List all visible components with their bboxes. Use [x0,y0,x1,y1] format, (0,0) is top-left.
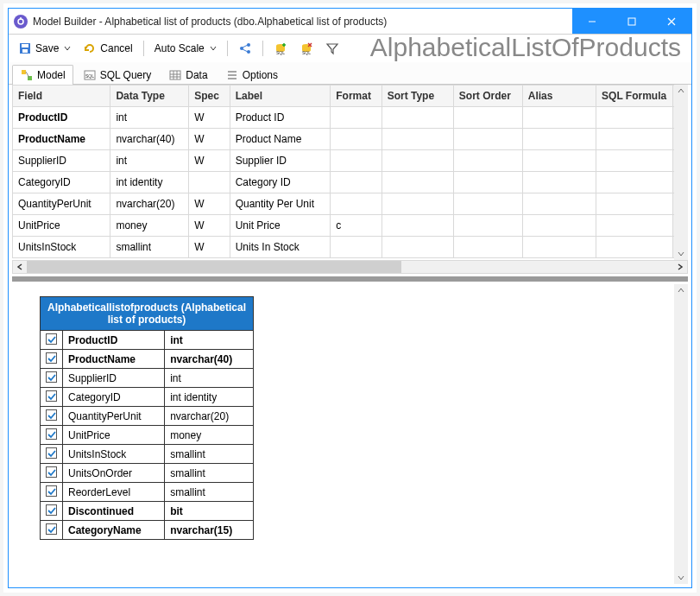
remove-sql-button[interactable]: SQL [295,39,318,58]
checkbox-icon[interactable] [46,485,57,497]
cell[interactable]: c [331,215,382,237]
cell[interactable] [331,107,382,129]
cell[interactable] [596,107,673,129]
cell[interactable]: W [189,215,230,237]
cell[interactable] [596,237,673,258]
col-format[interactable]: Format [331,86,382,107]
save-button[interactable]: Save [14,39,75,58]
checkbox-cell[interactable] [41,388,63,407]
cell[interactable] [382,172,453,193]
cell[interactable]: W [189,129,230,150]
entity-row[interactable]: UnitPricemoney [41,426,254,445]
entity-row[interactable]: UnitsInStocksmallint [41,445,254,464]
scroll-thumb[interactable] [27,261,401,273]
autoscale-button[interactable]: Auto Scale [150,39,221,58]
cell[interactable] [453,107,522,129]
entity-table[interactable]: Alphabeticallistofproducts (Alphabetical… [40,296,254,540]
cell[interactable] [453,172,522,193]
cell[interactable]: CategoryID [13,172,110,193]
scroll-right-arrow[interactable] [673,261,687,273]
table-row[interactable]: UnitPricemoneyWUnit Pricec [13,215,688,237]
entity-header[interactable]: Alphabeticallistofproducts (Alphabetical… [41,297,254,331]
col-label[interactable]: Label [230,86,331,107]
cell[interactable] [522,237,596,258]
maximize-button[interactable] [612,9,652,34]
checkbox-icon[interactable] [46,390,57,402]
minimize-button[interactable] [572,9,612,34]
diagram-canvas[interactable]: Alphabeticallistofproducts (Alphabetical… [12,284,674,584]
cell[interactable]: SupplierID [13,150,110,172]
cell[interactable]: QuantityPerUnit [13,193,110,215]
entity-row[interactable]: SupplierIDint [41,369,254,388]
col-field[interactable]: Field [13,86,110,107]
table-row[interactable]: QuantityPerUnitnvarchar(20)WQuantity Per… [13,193,688,215]
checkbox-cell[interactable] [41,521,63,540]
close-button[interactable] [652,9,691,34]
cell[interactable]: W [189,193,230,215]
cell[interactable] [382,237,453,258]
cell[interactable] [522,193,596,215]
tab-options[interactable]: Options [218,65,286,85]
cell[interactable]: W [189,237,230,258]
tab-sql-query[interactable]: SQL SQL Query [75,65,160,85]
cell[interactable] [453,237,522,258]
cell[interactable] [331,129,382,150]
checkbox-icon[interactable] [46,466,57,478]
cell[interactable]: ProductID [13,107,110,129]
cell[interactable] [382,107,453,129]
table-row[interactable]: ProductIDintWProduct ID [13,107,688,129]
cell[interactable] [522,129,596,150]
cell[interactable]: nvarchar(40) [110,129,189,150]
cell[interactable]: int [110,150,189,172]
table-row[interactable]: SupplierIDintWSupplier ID [13,150,688,172]
cell[interactable]: nvarchar(20) [110,193,189,215]
entity-row[interactable]: ProductIDint [41,331,254,350]
share-button[interactable] [234,39,256,58]
cell[interactable] [596,193,673,215]
cell[interactable]: ProductName [13,129,110,150]
cell[interactable]: Product ID [230,107,331,129]
col-sqlformula[interactable]: SQL Formula [596,86,673,107]
col-sortorder[interactable]: Sort Order [453,86,522,107]
cancel-button[interactable]: Cancel [79,39,136,58]
vertical-scrollbar[interactable] [674,85,688,260]
cell[interactable]: Category ID [230,172,331,193]
scroll-track[interactable] [27,261,673,273]
cell[interactable]: W [189,150,230,172]
scroll-left-arrow[interactable] [13,261,27,273]
entity-row[interactable]: UnitsOnOrdersmallint [41,464,254,483]
cell[interactable] [382,150,453,172]
checkbox-cell[interactable] [41,445,63,464]
filter-button[interactable] [321,39,344,58]
cell[interactable]: int [110,107,189,129]
tab-model[interactable]: Model [12,65,73,85]
checkbox-cell[interactable] [41,350,63,369]
cell[interactable] [596,215,673,237]
checkbox-cell[interactable] [41,331,63,350]
cell[interactable]: Units In Stock [230,237,331,258]
cell[interactable] [331,237,382,258]
cell[interactable] [382,129,453,150]
cell[interactable] [331,193,382,215]
cell[interactable] [453,129,522,150]
checkbox-icon[interactable] [46,523,57,535]
horizontal-scrollbar[interactable] [12,260,688,274]
checkbox-icon[interactable] [46,428,57,440]
entity-row[interactable]: Discontinuedbit [41,502,254,521]
checkbox-icon[interactable] [46,333,57,345]
checkbox-cell[interactable] [41,464,63,483]
table-row[interactable]: CategoryIDint identityCategory ID [13,172,688,193]
cell[interactable]: Product Name [230,129,331,150]
cell[interactable]: Unit Price [230,215,331,237]
cell[interactable] [382,193,453,215]
cell[interactable]: W [189,107,230,129]
col-spec[interactable]: Spec [189,86,230,107]
cell[interactable] [453,193,522,215]
col-alias[interactable]: Alias [522,86,596,107]
add-sql-button[interactable]: SQL [269,39,292,58]
checkbox-cell[interactable] [41,483,63,502]
cell[interactable] [331,172,382,193]
checkbox-icon[interactable] [46,352,57,364]
cell[interactable] [596,150,673,172]
cell[interactable] [331,150,382,172]
